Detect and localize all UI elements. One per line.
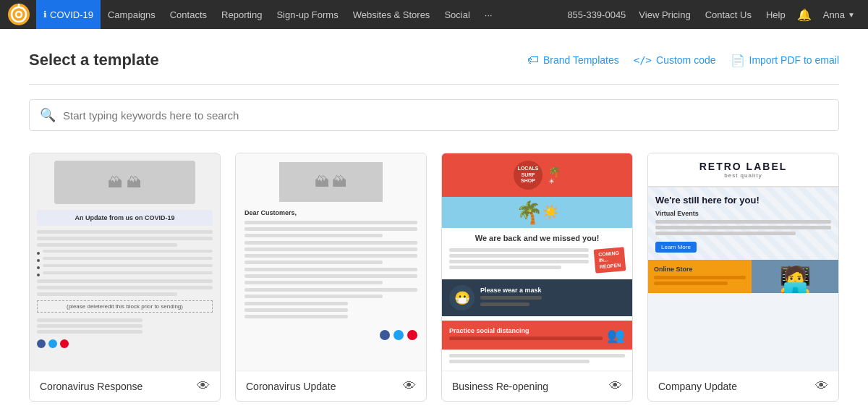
preview-line (244, 254, 417, 258)
preview-line (480, 296, 542, 300)
bullet-dot (37, 259, 40, 262)
preview-2-image: 🏔 🏔 (279, 162, 383, 202)
nav-item-reporting[interactable]: Reporting (214, 0, 269, 29)
preview-line (449, 337, 603, 340)
preview-line (244, 234, 383, 237)
template-footer-4: Company Update 👁 (648, 371, 838, 401)
image-icon: 🏔 (315, 174, 329, 190)
preview-line (654, 276, 746, 279)
code-icon: </> (634, 54, 652, 66)
prev3-hero-image: 🌴 ☀️ (442, 197, 632, 228)
prev4-brand-subtitle: best quality (655, 172, 831, 179)
preview-line (449, 248, 589, 252)
nav-help[interactable]: Help (760, 0, 791, 29)
template-name-3: Business Re-opening (452, 381, 548, 392)
mask-title: Please wear a mask (480, 287, 542, 294)
logo[interactable] (7, 3, 30, 26)
preview-line (449, 266, 561, 269)
preview-2-lines (244, 221, 417, 318)
preview-line (244, 281, 383, 284)
template-name-1: Coronavirus Response (40, 381, 142, 392)
preview-line (449, 260, 589, 263)
nav-item-social[interactable]: Social (437, 0, 477, 29)
nav-item-signup-forms[interactable]: Sign-up Forms (269, 0, 345, 29)
top-navigation: ℹ COVID-19 Campaigns Contacts Reporting … (0, 0, 868, 29)
preview-line (37, 324, 142, 328)
bullet-line (43, 264, 213, 267)
nav-item-more[interactable]: ··· (477, 0, 500, 29)
preview-line (244, 268, 417, 271)
preview-line (244, 274, 417, 278)
template-preview-4: RETRO LABEL best quality We're still her… (648, 153, 838, 371)
nav-view-pricing[interactable]: View Pricing (633, 0, 696, 29)
nav-item-contacts[interactable]: Contacts (163, 0, 214, 29)
brand-templates-button[interactable]: 🏷 Brand Templates (527, 54, 619, 67)
preview-line (37, 237, 213, 240)
preview-line (244, 247, 417, 251)
prev4-online-store: Online Store (654, 266, 746, 273)
template-name-2: Coronavirus Update (246, 381, 336, 392)
preview-eye-icon-3[interactable]: 👁 (609, 378, 622, 394)
template-preview-1: 🏔 🏔 An Update from us on COVID-19 (30, 153, 220, 371)
preview-2-greeting: Dear Customers, (244, 209, 417, 216)
preview-eye-icon-2[interactable]: 👁 (403, 378, 416, 394)
nav-item-campaigns[interactable]: Campaigns (101, 0, 163, 29)
search-container: 🔍 (29, 99, 839, 131)
nav-item-covid[interactable]: ℹ COVID-19 (36, 0, 101, 29)
prev4-learn-more-button[interactable]: Learn More (655, 242, 697, 253)
social-dist-icon: 👥 (607, 326, 625, 344)
person-icon: 🧑‍💻 (779, 267, 812, 293)
prev3-title: We are back and we missed you! (442, 228, 632, 245)
preview-line (654, 282, 728, 285)
nav-items: ℹ COVID-19 Campaigns Contacts Reporting … (36, 0, 560, 29)
preview-line (244, 308, 348, 312)
pinterest-icon (407, 330, 417, 340)
nav-contact-us[interactable]: Contact Us (699, 0, 757, 29)
tag-icon: 🏷 (527, 54, 539, 67)
nav-notifications[interactable]: 🔔 (794, 0, 814, 29)
preview-bullet (37, 264, 213, 269)
template-preview-2: 🏔 🏔 Dear Customers, (236, 153, 426, 371)
prev4-virtual-events: Virtual Events (655, 210, 831, 217)
file-icon: 📄 (731, 54, 745, 67)
prev3-social-section: Practice social distancing 👥 (442, 321, 632, 350)
reopen-badge: COMING IN... REOPEN (594, 247, 626, 274)
template-card-coronavirus-response[interactable]: 🏔 🏔 An Update from us on COVID-19 (29, 153, 221, 402)
header-divider (29, 84, 839, 85)
template-card-company-update[interactable]: RETRO LABEL best quality We're still her… (647, 153, 839, 402)
template-card-business-reopening[interactable]: LOCALS SURF SHOP 🌴 ☀ 🌴 ☀️ We are back an… (441, 153, 633, 402)
palm-tree-icon: 🌴 (516, 200, 542, 225)
nav-item-websites-stores[interactable]: Websites & Stores (346, 0, 438, 29)
nav-user-menu[interactable]: Anna ▼ (817, 9, 861, 20)
page-header: Select a template 🏷 Brand Templates </> … (29, 51, 839, 69)
twitter-icon (48, 339, 57, 348)
page-title: Select a template (29, 51, 159, 69)
main-content: Select a template 🏷 Brand Templates </> … (0, 29, 868, 419)
bullet-dot (37, 252, 40, 255)
custom-code-button[interactable]: </> Custom code (634, 54, 716, 66)
preview-line (244, 288, 417, 292)
search-input[interactable] (63, 109, 828, 122)
prev3-bottom (442, 350, 632, 371)
prev3-mask-section: 😷 Please wear a mask (442, 279, 632, 316)
preview-line (655, 232, 796, 235)
bullet-line (43, 271, 213, 274)
template-footer-3: Business Re-opening 👁 (442, 371, 632, 401)
preview-line (449, 254, 589, 258)
preview-line (37, 230, 213, 234)
bullet-line (43, 250, 213, 253)
pinterest-icon (60, 339, 69, 348)
chevron-down-icon: ▼ (848, 11, 855, 19)
template-card-coronavirus-update[interactable]: 🏔 🏔 Dear Customers, (235, 153, 427, 402)
preview-bullet (37, 257, 213, 262)
image-icon-2: 🏔 (127, 174, 141, 191)
preview-eye-icon-4[interactable]: 👁 (815, 378, 828, 394)
template-name-4: Company Update (658, 381, 737, 392)
template-footer-2: Coronavirus Update 👁 (236, 371, 426, 401)
preview-eye-icon-1[interactable]: 👁 (197, 378, 210, 394)
preview-line (37, 243, 177, 247)
preview-image-placeholder: 🏔 🏔 (54, 161, 195, 204)
bullet-dot (37, 266, 40, 269)
import-pdf-button[interactable]: 📄 Import PDF to email (731, 54, 839, 67)
prev4-person-image: 🧑‍💻 (752, 260, 838, 293)
